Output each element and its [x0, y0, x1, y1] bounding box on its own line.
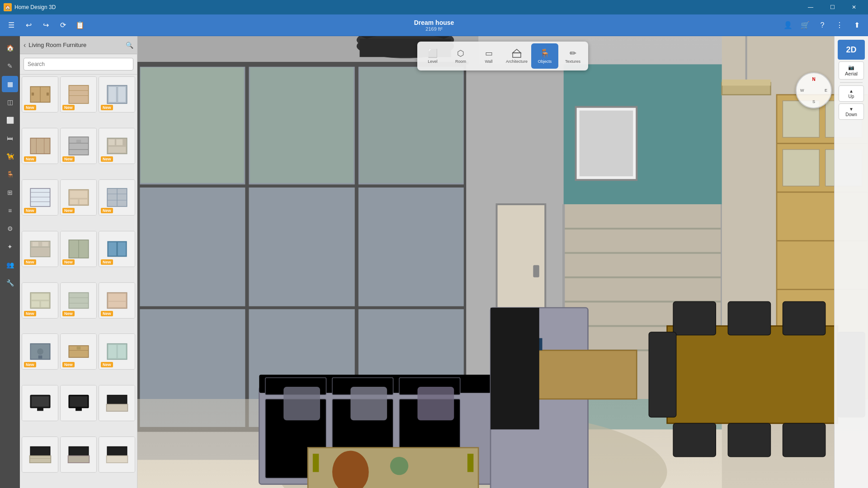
new-badge-1: New	[24, 105, 36, 110]
furniture-item-11[interactable]: New	[60, 231, 97, 267]
down-view-button[interactable]: ▼ Down	[839, 103, 864, 120]
account-button[interactable]: ⬆	[849, 18, 864, 33]
furniture-item-17[interactable]: New	[60, 333, 97, 370]
panel-title: Living Room Furniture	[28, 42, 123, 48]
3d-viewport[interactable]: ⬜ Level ⬡ Room ▭ Wall Architecture 🪑 Obj…	[137, 36, 868, 488]
left-icon-home[interactable]: 🏠	[2, 40, 18, 56]
furniture-item-15[interactable]: New	[99, 282, 135, 319]
furniture-item-7[interactable]: New	[22, 179, 58, 216]
search-input[interactable]	[24, 58, 133, 70]
furniture-item-9[interactable]: New	[99, 179, 135, 216]
shop-button[interactable]: 🛒	[797, 18, 813, 33]
furniture-item-19[interactable]	[22, 385, 58, 421]
menu-button[interactable]: ☰	[4, 18, 19, 33]
furniture-item-23[interactable]	[60, 436, 97, 473]
new-badge-11: New	[62, 259, 75, 265]
furniture-item-8[interactable]: New	[60, 179, 97, 216]
furniture-item-3[interactable]: New	[99, 76, 135, 113]
app-title: Home Design 3D	[14, 4, 56, 10]
new-badge-4: New	[24, 156, 36, 162]
left-icon-people[interactable]: 👥	[2, 257, 18, 273]
svg-rect-147	[728, 423, 770, 457]
close-button[interactable]: ✕	[844, 0, 864, 14]
furniture-item-24[interactable]	[99, 436, 135, 473]
furniture-item-13[interactable]: New	[22, 282, 58, 319]
furniture-item-6[interactable]: New	[99, 128, 135, 164]
left-icon-tools[interactable]: 🔧	[2, 275, 18, 291]
mode-room[interactable]: ⬡ Room	[447, 43, 474, 69]
aerial-view-button[interactable]: 📷 Aerial	[839, 61, 864, 80]
level-label: Level	[428, 59, 438, 64]
svg-rect-148	[783, 423, 825, 457]
mode-level[interactable]: ⬜ Level	[419, 43, 446, 69]
svg-rect-132	[417, 387, 454, 420]
svg-rect-76	[513, 53, 521, 57]
redo-button[interactable]: ↪	[38, 18, 53, 33]
compass-east-label: E	[825, 88, 827, 93]
undo-button[interactable]: ↩	[21, 18, 36, 33]
left-icon-rooms[interactable]: ◫	[2, 94, 18, 110]
new-badge-2: New	[62, 105, 75, 110]
furniture-item-21[interactable]	[99, 385, 135, 421]
architecture-label: Architecture	[506, 59, 528, 64]
left-icon-grid2[interactable]: ⊞	[2, 184, 18, 201]
view-2d-button[interactable]: 2D	[838, 40, 865, 60]
mode-textures[interactable]: ✏ Textures	[559, 43, 586, 69]
furniture-item-10[interactable]: New	[22, 231, 58, 267]
furniture-thumb-20	[61, 385, 96, 421]
left-icon-decor[interactable]: 🦮	[2, 148, 18, 164]
back-button[interactable]: ‹	[24, 41, 26, 49]
left-icon-windows[interactable]: ⬜	[2, 112, 18, 128]
app-icon: 🏠	[4, 3, 12, 11]
svg-rect-41	[118, 242, 125, 255]
compass-south-label: S	[812, 99, 815, 104]
left-icon-grid[interactable]: ▦	[2, 76, 18, 92]
svg-rect-74	[107, 447, 127, 455]
svg-rect-138	[467, 454, 473, 472]
history-button[interactable]: ⟳	[55, 18, 71, 33]
svg-rect-2	[31, 93, 33, 96]
furniture-thumb-19	[22, 385, 58, 421]
svg-rect-87	[250, 67, 354, 183]
left-icon-star[interactable]: ✦	[2, 239, 18, 255]
mode-objects[interactable]: 🪑 Objects	[531, 43, 558, 69]
left-icon-furniture[interactable]: 🛏	[2, 130, 18, 146]
furniture-item-12[interactable]: New	[99, 231, 135, 267]
up-view-button[interactable]: ▲ Up	[839, 85, 864, 102]
furniture-item-18[interactable]: New	[99, 333, 135, 370]
left-icon-settings[interactable]: ⚙	[2, 221, 18, 237]
furniture-thumb-22	[22, 437, 58, 472]
compass: N S E W	[796, 72, 832, 108]
left-icon-stairs[interactable]: ≡	[2, 202, 18, 219]
svg-rect-35	[32, 242, 38, 246]
minimize-button[interactable]: —	[800, 0, 821, 14]
maximize-button[interactable]: ☐	[822, 0, 843, 14]
furniture-item-22[interactable]	[22, 436, 58, 473]
svg-rect-157	[491, 308, 539, 429]
help-button[interactable]: ?	[815, 18, 830, 33]
svg-rect-8	[108, 87, 116, 103]
furniture-item-5[interactable]: New	[60, 128, 97, 164]
users-button[interactable]: 👤	[780, 18, 796, 33]
new-badge-12: New	[101, 259, 113, 265]
panel-search-button[interactable]: 🔍	[126, 42, 133, 49]
furniture-item-2[interactable]: New	[60, 76, 97, 113]
furniture-item-16[interactable]: New	[22, 333, 58, 370]
compass-circle: N S E W	[796, 72, 832, 108]
down-label: Down	[845, 112, 857, 117]
left-icon-chairs[interactable]: 🪑	[2, 166, 18, 183]
furniture-thumb-21	[99, 385, 135, 421]
more-button[interactable]: ⋮	[832, 18, 847, 33]
svg-rect-43	[31, 294, 48, 300]
furniture-item-14[interactable]: New	[60, 282, 97, 319]
svg-marker-77	[513, 49, 521, 53]
svg-rect-110	[783, 150, 819, 186]
copy-button[interactable]: 📋	[72, 18, 88, 33]
mode-architecture[interactable]: Architecture	[503, 43, 530, 69]
furniture-item-20[interactable]	[60, 385, 97, 421]
furniture-item-4[interactable]: New	[22, 128, 58, 164]
furniture-item-1[interactable]: New	[22, 76, 58, 113]
left-icon-edit[interactable]: ✎	[2, 58, 18, 74]
svg-rect-162	[722, 80, 771, 85]
mode-wall[interactable]: ▭ Wall	[475, 43, 502, 69]
